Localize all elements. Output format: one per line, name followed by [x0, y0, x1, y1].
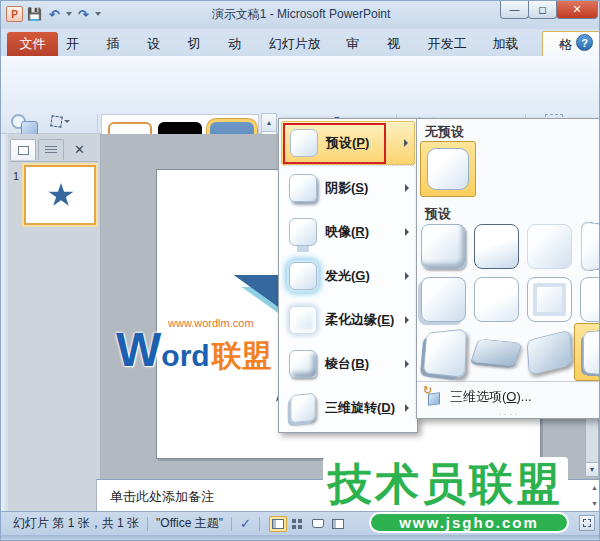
- slide-sorter-button[interactable]: [289, 516, 307, 532]
- tab-review[interactable]: 审阅: [338, 31, 379, 56]
- tab-slides-thumbnails[interactable]: [10, 139, 36, 160]
- close-button[interactable]: ✕: [556, 1, 598, 19]
- submenu-arrow-icon: [405, 404, 409, 412]
- tab-view[interactable]: 视图: [379, 31, 420, 56]
- preset-thumbnail[interactable]: [580, 277, 600, 322]
- jsgho-logo: 技术员联盟 www.jsgho.com: [323, 457, 568, 511]
- edit-shape-button[interactable]: [51, 116, 70, 127]
- menu-item-shadow[interactable]: 阴影(S): [281, 166, 415, 210]
- reflection-icon: [289, 218, 317, 246]
- tab-slideshow[interactable]: 幻灯片放映: [261, 31, 338, 56]
- notes-scroll-up-icon[interactable]: ▲: [591, 484, 598, 491]
- collapse-ribbon-icon[interactable]: ▲: [557, 38, 566, 48]
- preset-thumbnail: [583, 328, 600, 377]
- reading-view-icon: [312, 519, 324, 528]
- slideshow-icon: [332, 519, 344, 529]
- tab-design[interactable]: 设计: [139, 31, 180, 56]
- preset-thumbnail[interactable]: [421, 277, 466, 322]
- preset-icon: [290, 129, 318, 157]
- window-edge: [1, 134, 8, 511]
- tab-developer[interactable]: 开发工具: [419, 31, 484, 56]
- menu-item-bevel[interactable]: 棱台(B): [281, 342, 415, 386]
- menu-item-reflection[interactable]: 映像(R): [281, 210, 415, 254]
- slide-thumbnail[interactable]: [24, 165, 96, 225]
- preset-thumbnail[interactable]: [421, 224, 466, 269]
- preset-submenu: 无预设 预设 三维选项(O)... ····: [416, 118, 600, 419]
- submenu-arrow-icon: [405, 184, 409, 192]
- preset-thumbnail[interactable]: [474, 224, 519, 269]
- shape-effects-menu: 预设(P) 阴影(S) 映像(R) 发光(G) 柔化边缘(E) 棱台(B): [278, 118, 418, 433]
- tab-home[interactable]: 开始: [58, 31, 99, 56]
- shadow-icon: [289, 174, 317, 202]
- slide-sorter-icon: [292, 519, 303, 529]
- normal-view-icon: [272, 519, 284, 529]
- panel-close-icon[interactable]: ✕: [74, 142, 85, 157]
- minimize-button[interactable]: —: [500, 1, 529, 19]
- menu-item-glow[interactable]: 发光(G): [281, 254, 415, 298]
- slide-number: 1: [13, 170, 19, 182]
- preset-thumbnail[interactable]: [527, 224, 572, 269]
- watermark-url: www.wordlm.com: [168, 317, 286, 329]
- submenu-arrow-icon: [405, 272, 409, 280]
- glow-icon: [289, 262, 317, 290]
- powerpoint-window: P 💾 ↶ ↷ 演示文稿1 - Microsoft PowerPoint — ◻…: [0, 0, 600, 541]
- preset-thumbnail[interactable]: [423, 329, 467, 379]
- jsgho-logo-url: www.jsgho.com: [369, 512, 569, 533]
- preset-thumbnail[interactable]: [474, 277, 519, 322]
- scroll-down-icon[interactable]: ▼: [586, 462, 598, 476]
- fit-to-window-button[interactable]: [579, 515, 595, 531]
- ribbon-top-right: ▲ ?: [557, 34, 593, 51]
- panel-tabs: ✕: [10, 138, 98, 162]
- no-preset-header: 无预设: [425, 123, 464, 141]
- tab-outline[interactable]: [38, 139, 64, 160]
- window-bottom-edge: [1, 535, 600, 541]
- 3d-options-item[interactable]: 三维选项(O)...: [417, 382, 600, 412]
- soft-edges-icon: [289, 306, 317, 334]
- edit-shape-icon: [50, 115, 62, 127]
- help-icon[interactable]: ?: [576, 34, 593, 51]
- gallery-up-icon[interactable]: ▲: [261, 113, 277, 132]
- spellcheck-icon[interactable]: ✓: [240, 516, 251, 531]
- tab-insert[interactable]: 插入: [99, 31, 140, 56]
- preset-thumbnail[interactable]: [527, 277, 572, 322]
- tab-file[interactable]: 文件: [7, 32, 58, 56]
- preset-thumbnail[interactable]: [470, 339, 522, 367]
- submenu-resize-handle[interactable]: ····: [417, 410, 600, 419]
- jsgho-logo-name: 技术员联盟: [323, 457, 568, 511]
- slide-counter: 幻灯片 第 1 张，共 1 张: [13, 515, 139, 532]
- bevel-icon: [289, 350, 317, 378]
- submenu-arrow-icon: [404, 139, 408, 147]
- no-preset-thumbnail: [427, 148, 469, 190]
- outline-tab-icon: [45, 146, 57, 155]
- preset-thumbnail-selected[interactable]: [574, 323, 600, 381]
- window-controls: — ◻ ✕: [501, 1, 598, 19]
- tab-transitions[interactable]: 切换: [180, 31, 221, 56]
- notes-placeholder: 单击此处添加备注: [110, 488, 214, 506]
- slideshow-button[interactable]: [329, 516, 347, 532]
- submenu-arrow-icon: [405, 360, 409, 368]
- title-bar: P 💾 ↶ ↷ 演示文稿1 - Microsoft PowerPoint — ◻…: [1, 1, 600, 29]
- wordlm-watermark: www.wordlm.com Word联盟: [116, 317, 286, 377]
- notes-scroll-down-icon[interactable]: ▼: [591, 500, 598, 507]
- preset-header: 预设: [425, 205, 451, 223]
- 3d-options-icon: [425, 390, 441, 404]
- star-shape-thumbnail: [48, 183, 74, 208]
- submenu-arrow-icon: [405, 228, 409, 236]
- menu-item-soft-edges[interactable]: 柔化边缘(E): [281, 298, 415, 342]
- normal-view-button[interactable]: [269, 516, 287, 532]
- theme-name[interactable]: "Office 主题": [156, 515, 223, 532]
- tab-animations[interactable]: 动画: [220, 31, 261, 56]
- menu-item-preset[interactable]: 预设(P): [281, 121, 415, 165]
- preset-thumbnail[interactable]: [581, 221, 600, 273]
- menu-item-3d-rotation[interactable]: 三维旋转(D): [281, 386, 415, 430]
- preset-thumbnail[interactable]: [526, 330, 572, 376]
- rotation-3d-icon: [290, 393, 315, 424]
- watermark-brand: Word联盟: [116, 329, 286, 377]
- maximize-button[interactable]: ◻: [528, 1, 557, 19]
- submenu-arrow-icon: [405, 316, 409, 324]
- tab-addins[interactable]: 加载项: [485, 31, 538, 56]
- ribbon-tab-row: 文件 开始 插入 设计 切换 动画 幻灯片放映 审阅 视图 开发工具 加载项 格…: [1, 29, 600, 56]
- no-preset-selected[interactable]: [420, 141, 476, 197]
- reading-view-button[interactable]: [309, 516, 327, 532]
- slides-panel: ✕ 1: [8, 134, 101, 511]
